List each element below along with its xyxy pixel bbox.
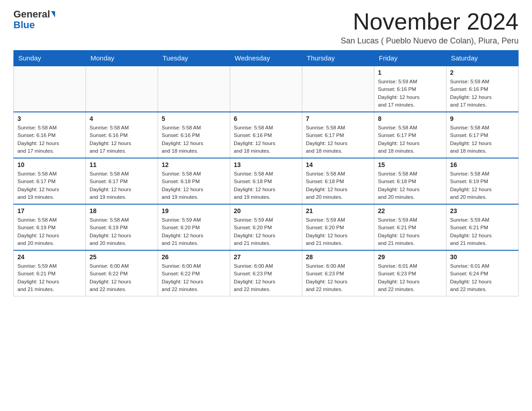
calendar-cell: 9Sunrise: 5:58 AMSunset: 6:17 PMDaylight… [446, 112, 519, 158]
day-number: 9 [450, 115, 515, 122]
calendar-cell [14, 66, 86, 112]
calendar-cell: 13Sunrise: 5:58 AMSunset: 6:18 PMDayligh… [230, 158, 302, 204]
day-number: 29 [378, 253, 442, 261]
day-info: Sunrise: 5:58 AMSunset: 6:17 PMDaylight:… [378, 124, 442, 155]
day-info: Sunrise: 5:59 AMSunset: 6:20 PMDaylight:… [162, 216, 226, 247]
day-number: 25 [90, 253, 154, 261]
day-info: Sunrise: 5:58 AMSunset: 6:16 PMDaylight:… [234, 124, 298, 155]
day-info: Sunrise: 5:58 AMSunset: 6:18 PMDaylight:… [234, 170, 298, 201]
day-info: Sunrise: 5:58 AMSunset: 6:16 PMDaylight:… [162, 124, 226, 155]
day-info: Sunrise: 5:59 AMSunset: 6:20 PMDaylight:… [234, 216, 298, 247]
calendar-table: SundayMondayTuesdayWednesdayThursdayFrid… [13, 50, 519, 296]
day-number: 4 [90, 115, 154, 122]
calendar-cell: 30Sunrise: 6:01 AMSunset: 6:24 PMDayligh… [446, 250, 519, 296]
title-area: November 2024 San Lucas ( Pueblo Nuevo d… [341, 9, 519, 46]
calendar-header-sunday: Sunday [14, 51, 86, 66]
day-number: 3 [17, 115, 82, 122]
day-number: 15 [378, 161, 442, 168]
day-info: Sunrise: 5:59 AMSunset: 6:21 PMDaylight:… [378, 216, 442, 247]
calendar-cell: 15Sunrise: 5:58 AMSunset: 6:18 PMDayligh… [374, 158, 446, 204]
day-number: 24 [17, 253, 82, 261]
day-info: Sunrise: 5:58 AMSunset: 6:19 PMDaylight:… [90, 216, 154, 247]
day-number: 14 [306, 161, 370, 168]
calendar-cell: 26Sunrise: 6:00 AMSunset: 6:22 PMDayligh… [158, 250, 230, 296]
calendar-cell: 19Sunrise: 5:59 AMSunset: 6:20 PMDayligh… [158, 204, 230, 250]
day-number: 17 [17, 207, 82, 214]
calendar-cell: 17Sunrise: 5:58 AMSunset: 6:19 PMDayligh… [14, 204, 86, 250]
day-info: Sunrise: 5:59 AMSunset: 6:16 PMDaylight:… [450, 78, 515, 109]
day-info: Sunrise: 5:58 AMSunset: 6:19 PMDaylight:… [450, 170, 515, 201]
day-number: 20 [234, 207, 298, 214]
day-info: Sunrise: 5:59 AMSunset: 6:20 PMDaylight:… [306, 216, 370, 247]
calendar-header-saturday: Saturday [446, 51, 519, 66]
week-row-2: 3Sunrise: 5:58 AMSunset: 6:16 PMDaylight… [14, 112, 519, 158]
calendar-cell: 24Sunrise: 5:59 AMSunset: 6:21 PMDayligh… [14, 250, 86, 296]
day-number: 12 [162, 161, 226, 168]
day-info: Sunrise: 5:59 AMSunset: 6:21 PMDaylight:… [450, 216, 515, 247]
day-info: Sunrise: 5:58 AMSunset: 6:18 PMDaylight:… [162, 170, 226, 201]
day-info: Sunrise: 6:00 AMSunset: 6:22 PMDaylight:… [162, 262, 226, 293]
calendar-cell: 29Sunrise: 6:01 AMSunset: 6:23 PMDayligh… [374, 250, 446, 296]
day-info: Sunrise: 5:58 AMSunset: 6:16 PMDaylight:… [90, 124, 154, 155]
day-number: 11 [90, 161, 154, 168]
day-info: Sunrise: 5:59 AMSunset: 6:16 PMDaylight:… [378, 78, 442, 109]
day-number: 22 [378, 207, 442, 214]
calendar-cell: 20Sunrise: 5:59 AMSunset: 6:20 PMDayligh… [230, 204, 302, 250]
calendar-header-friday: Friday [374, 51, 446, 66]
day-info: Sunrise: 5:58 AMSunset: 6:16 PMDaylight:… [17, 124, 82, 155]
calendar-cell: 22Sunrise: 5:59 AMSunset: 6:21 PMDayligh… [374, 204, 446, 250]
day-info: Sunrise: 5:58 AMSunset: 6:17 PMDaylight:… [306, 124, 370, 155]
day-number: 10 [17, 161, 82, 168]
day-info: Sunrise: 6:00 AMSunset: 6:23 PMDaylight:… [234, 262, 298, 293]
calendar-cell: 1Sunrise: 5:59 AMSunset: 6:16 PMDaylight… [374, 66, 446, 112]
logo: General Blue [13, 9, 55, 30]
day-info: Sunrise: 6:01 AMSunset: 6:24 PMDaylight:… [450, 262, 515, 293]
week-row-3: 10Sunrise: 5:58 AMSunset: 6:17 PMDayligh… [14, 158, 519, 204]
header-area: General Blue November 2024 San Lucas ( P… [13, 9, 519, 46]
calendar-cell: 25Sunrise: 6:00 AMSunset: 6:22 PMDayligh… [86, 250, 158, 296]
day-number: 26 [162, 253, 226, 261]
day-number: 21 [306, 207, 370, 214]
calendar-cell: 12Sunrise: 5:58 AMSunset: 6:18 PMDayligh… [158, 158, 230, 204]
calendar-header-monday: Monday [86, 51, 158, 66]
day-number: 6 [234, 115, 298, 122]
logo-text-blue: Blue [13, 20, 35, 30]
calendar-cell: 27Sunrise: 6:00 AMSunset: 6:23 PMDayligh… [230, 250, 302, 296]
calendar-header-wednesday: Wednesday [230, 51, 302, 66]
calendar-cell: 10Sunrise: 5:58 AMSunset: 6:17 PMDayligh… [14, 158, 86, 204]
calendar-cell: 11Sunrise: 5:58 AMSunset: 6:17 PMDayligh… [86, 158, 158, 204]
calendar-cell [158, 66, 230, 112]
day-number: 8 [378, 115, 442, 122]
calendar-cell: 4Sunrise: 5:58 AMSunset: 6:16 PMDaylight… [86, 112, 158, 158]
calendar-cell: 8Sunrise: 5:58 AMSunset: 6:17 PMDaylight… [374, 112, 446, 158]
day-info: Sunrise: 5:58 AMSunset: 6:17 PMDaylight:… [450, 124, 515, 155]
day-number: 18 [90, 207, 154, 214]
calendar-header-tuesday: Tuesday [158, 51, 230, 66]
day-number: 1 [378, 69, 442, 76]
calendar-cell [86, 66, 158, 112]
week-row-5: 24Sunrise: 5:59 AMSunset: 6:21 PMDayligh… [14, 250, 519, 296]
week-row-1: 1Sunrise: 5:59 AMSunset: 6:16 PMDaylight… [14, 66, 519, 112]
calendar-cell: 16Sunrise: 5:58 AMSunset: 6:19 PMDayligh… [446, 158, 519, 204]
day-number: 19 [162, 207, 226, 214]
logo-triangle-icon [51, 11, 55, 17]
calendar-cell [230, 66, 302, 112]
day-info: Sunrise: 5:58 AMSunset: 6:19 PMDaylight:… [17, 216, 82, 247]
calendar-cell: 18Sunrise: 5:58 AMSunset: 6:19 PMDayligh… [86, 204, 158, 250]
calendar-cell: 5Sunrise: 5:58 AMSunset: 6:16 PMDaylight… [158, 112, 230, 158]
calendar-cell [302, 66, 374, 112]
calendar-cell: 23Sunrise: 5:59 AMSunset: 6:21 PMDayligh… [446, 204, 519, 250]
day-info: Sunrise: 5:58 AMSunset: 6:17 PMDaylight:… [90, 170, 154, 201]
day-info: Sunrise: 6:01 AMSunset: 6:23 PMDaylight:… [378, 262, 442, 293]
calendar-cell: 3Sunrise: 5:58 AMSunset: 6:16 PMDaylight… [14, 112, 86, 158]
day-number: 16 [450, 161, 515, 168]
day-info: Sunrise: 6:00 AMSunset: 6:22 PMDaylight:… [90, 262, 154, 293]
calendar-cell: 14Sunrise: 5:58 AMSunset: 6:18 PMDayligh… [302, 158, 374, 204]
month-title: November 2024 [341, 9, 519, 34]
day-number: 30 [450, 253, 515, 261]
calendar-cell: 7Sunrise: 5:58 AMSunset: 6:17 PMDaylight… [302, 112, 374, 158]
calendar-cell: 28Sunrise: 6:00 AMSunset: 6:23 PMDayligh… [302, 250, 374, 296]
day-number: 28 [306, 253, 370, 261]
calendar-header-thursday: Thursday [302, 51, 374, 66]
day-info: Sunrise: 5:58 AMSunset: 6:18 PMDaylight:… [306, 170, 370, 201]
